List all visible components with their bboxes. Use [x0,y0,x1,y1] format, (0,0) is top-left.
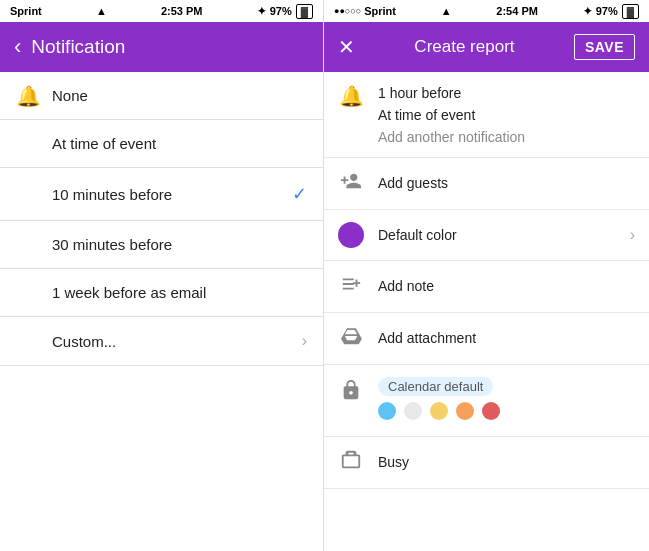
back-button[interactable]: ‹ [14,34,21,60]
status-bar-left: Sprint ▲ 2:53 PM ✦ 97% ▓ [0,0,323,22]
add-guests-row[interactable]: Add guests [324,158,649,210]
list-item[interactable]: 30 minutes before [0,221,323,269]
notif-label-custom: Custom... [52,333,116,350]
status-bar-right: ●●○○○ Sprint ▲ 2:54 PM ✦ 97% ▓ [324,0,649,22]
header-left: ‹ Notification [0,22,323,72]
left-panel: Sprint ▲ 2:53 PM ✦ 97% ▓ ‹ Notification … [0,0,324,551]
bluetooth-icon-left: ✦ [257,5,266,18]
note-icon [338,273,364,300]
default-color-label: Default color [378,227,457,243]
default-color-row[interactable]: Default color › [324,210,649,261]
page-title-left: Notification [31,36,125,58]
busy-label: Busy [378,454,409,470]
list-item[interactable]: 🔔 None [0,72,323,120]
battery-left: 97% [270,5,292,17]
time-left: 2:53 PM [161,5,203,17]
color-dot-white[interactable] [404,402,422,420]
carrier-right: Sprint [364,5,396,17]
add-attachment-label: Add attachment [378,330,476,346]
notif-label-at-time: At time of event [52,135,156,152]
list-item[interactable]: Custom... › [0,317,323,366]
drive-icon [338,325,364,352]
add-note-content: Add note [378,276,635,297]
check-icon: ✓ [292,183,307,205]
header-right: ✕ Create report SAVE [324,22,649,72]
notification-content: 1 hour before At time of event Add anoth… [378,82,635,151]
color-dot-orange[interactable] [456,402,474,420]
page-title-right: Create report [414,37,514,57]
add-notification-link[interactable]: Add another notification [378,126,635,151]
carrier-left: Sprint [10,5,42,17]
color-dots-row [378,400,635,424]
notif-line-2: At time of event [378,104,635,126]
list-item[interactable]: 10 minutes before ✓ [0,168,323,221]
color-dot-icon [338,222,364,248]
add-attachment-row[interactable]: Add attachment [324,313,649,365]
notif-label-30min: 30 minutes before [52,236,172,253]
calendar-default-row[interactable]: Calendar default [324,365,649,437]
battery-right: 97% [596,5,618,17]
busy-row[interactable]: Busy [324,437,649,489]
default-color-content: Default color [378,225,616,246]
signal-dots-right: ●●○○○ [334,6,361,16]
notif-label-10min: 10 minutes before [52,186,172,203]
add-guests-label: Add guests [378,175,448,191]
save-button[interactable]: SAVE [574,34,635,60]
person-add-icon [338,170,364,197]
add-note-row[interactable]: Add note [324,261,649,313]
chevron-right-icon: › [302,332,307,350]
list-item[interactable]: 1 week before as email [0,269,323,317]
report-form: 🔔 1 hour before At time of event Add ano… [324,72,649,551]
add-guests-content: Add guests [378,173,635,194]
lock-icon [338,377,364,406]
color-dot-red[interactable] [482,402,500,420]
notif-label-none: None [52,87,88,104]
battery-icon-right: ▓ [622,4,639,19]
add-note-label: Add note [378,278,434,294]
list-item[interactable]: At time of event [0,120,323,168]
busy-content: Busy [378,452,635,473]
bell-icon: 🔔 [16,84,41,108]
briefcase-icon [338,449,364,476]
close-button[interactable]: ✕ [338,35,355,59]
color-dot-yellow[interactable] [430,402,448,420]
battery-icon-left: ▓ [296,4,313,19]
wifi-icon-right: ▲ [441,5,452,17]
right-panel: ●●○○○ Sprint ▲ 2:54 PM ✦ 97% ▓ ✕ Create … [324,0,649,551]
notification-block: 🔔 1 hour before At time of event Add ano… [324,72,649,158]
notification-list: 🔔 None At time of event 10 minutes befor… [0,72,323,551]
bell-icon-right: 🔔 [338,82,364,108]
calendar-default-badge: Calendar default [378,377,493,396]
notif-label-1week: 1 week before as email [52,284,206,301]
time-right: 2:54 PM [496,5,538,17]
color-dot-blue[interactable] [378,402,396,420]
add-attachment-content: Add attachment [378,328,635,349]
chevron-right-color-icon: › [630,226,635,244]
bluetooth-icon-right: ✦ [583,5,592,18]
notif-line-1: 1 hour before [378,82,635,104]
calendar-default-content: Calendar default [378,377,635,424]
wifi-icon-left: ▲ [96,5,107,17]
